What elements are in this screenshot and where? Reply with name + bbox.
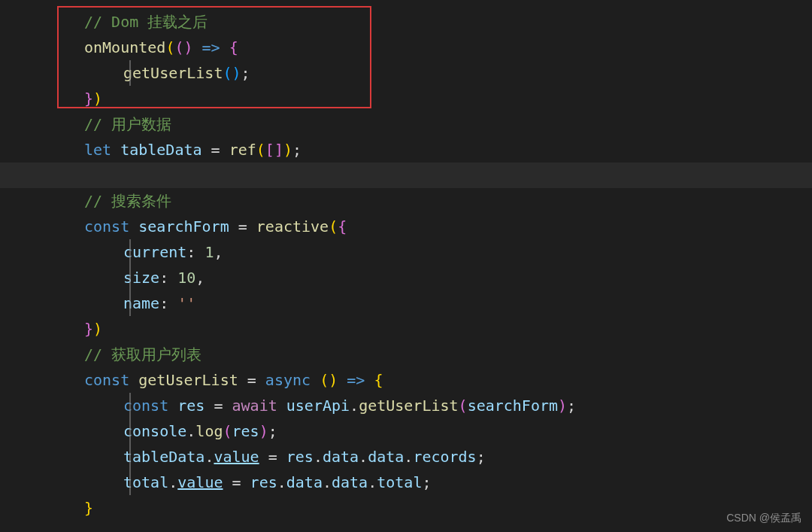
- code-line: console.log(res);: [45, 418, 812, 444]
- code-line: // 获取用户列表: [45, 342, 812, 367]
- code-line: const searchForm = reactive({: [45, 214, 812, 239]
- code-line: }: [45, 495, 812, 521]
- code-line: }): [45, 86, 812, 111]
- code-line: getUserList();: [45, 60, 812, 86]
- code-line: current: 1,: [45, 239, 812, 265]
- code-line: // 搜索条件: [45, 188, 812, 214]
- fn-call: onMounted: [84, 35, 165, 60]
- code-line: total.value = res.data.data.total;: [45, 470, 812, 495]
- code-line: // Dom 挂载之后: [45, 9, 812, 35]
- current-line-highlight: [0, 163, 812, 188]
- code-line: name: '': [45, 290, 812, 316]
- comment: // 用户数据: [84, 111, 171, 137]
- code-line: const getUserList = async () => {: [45, 367, 812, 393]
- code-line: onMounted(() => {: [45, 35, 812, 60]
- comment: // Dom 挂载之后: [84, 9, 208, 35]
- code-line: let tableData = ref([]);: [45, 137, 812, 163]
- code-line: const res = await userApi.getUserList(se…: [45, 393, 812, 418]
- code-editor[interactable]: // Dom 挂载之后 onMounted(() => { getUserLis…: [0, 0, 812, 530]
- code-line: size: 10,: [45, 265, 812, 290]
- comment: // 搜索条件: [84, 188, 171, 214]
- code-line: // 用户数据: [45, 111, 812, 137]
- comment: // 获取用户列表: [84, 342, 201, 367]
- code-line: }): [45, 316, 812, 342]
- watermark: CSDN @侯孟禹: [726, 509, 801, 527]
- fn-call: getUserList: [123, 60, 223, 86]
- code-line: tableData.value = res.data.data.records;: [45, 444, 812, 470]
